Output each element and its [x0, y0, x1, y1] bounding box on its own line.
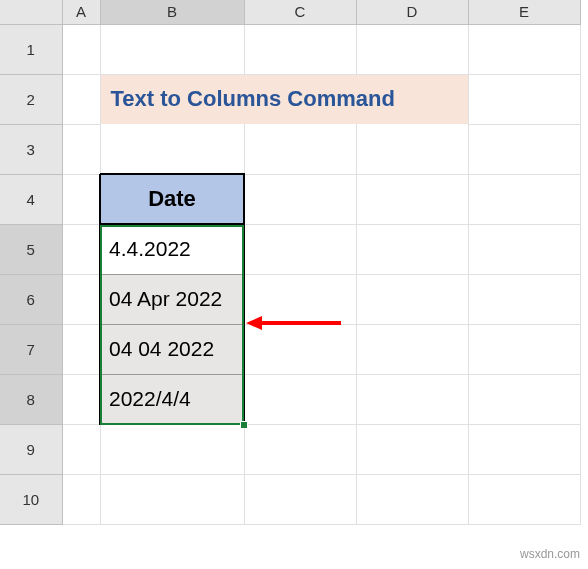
col-header-B[interactable]: B [100, 0, 244, 24]
cell-D8[interactable] [356, 374, 468, 424]
cell-E1[interactable] [468, 24, 580, 74]
cell-A6[interactable] [62, 274, 100, 324]
row-header-7[interactable]: 7 [0, 324, 62, 374]
cell-C9[interactable] [244, 424, 356, 474]
spreadsheet-grid: A B C D E 1 2 Text to Columns Command 3 … [0, 0, 581, 525]
cell-D1[interactable] [356, 24, 468, 74]
row-header-9[interactable]: 9 [0, 424, 62, 474]
row-header-6[interactable]: 6 [0, 274, 62, 324]
cell-B7[interactable]: 04 04 2022 [100, 324, 244, 374]
row-header-3[interactable]: 3 [0, 124, 62, 174]
cell-C10[interactable] [244, 474, 356, 524]
cell-D6[interactable] [356, 274, 468, 324]
cell-E8[interactable] [468, 374, 580, 424]
cell-D9[interactable] [356, 424, 468, 474]
cell-D7[interactable] [356, 324, 468, 374]
cell-D5[interactable] [356, 224, 468, 274]
cell-D4[interactable] [356, 174, 468, 224]
cell-C3[interactable] [244, 124, 356, 174]
cell-E3[interactable] [468, 124, 580, 174]
col-header-D[interactable]: D [356, 0, 468, 24]
cell-E7[interactable] [468, 324, 580, 374]
cell-E4[interactable] [468, 174, 580, 224]
cell-E10[interactable] [468, 474, 580, 524]
cell-C4[interactable] [244, 174, 356, 224]
row-header-5[interactable]: 5 [0, 224, 62, 274]
cell-C8[interactable] [244, 374, 356, 424]
cell-B9[interactable] [100, 424, 244, 474]
svg-marker-1 [246, 316, 262, 330]
cell-C1[interactable] [244, 24, 356, 74]
col-header-E[interactable]: E [468, 0, 580, 24]
cell-B8[interactable]: 2022/4/4 [100, 374, 244, 424]
row-header-2[interactable]: 2 [0, 74, 62, 124]
cell-D10[interactable] [356, 474, 468, 524]
row-header-8[interactable]: 8 [0, 374, 62, 424]
cell-B5[interactable]: 4.4.2022 [100, 224, 244, 274]
cell-A2[interactable] [62, 74, 100, 124]
row-header-4[interactable]: 4 [0, 174, 62, 224]
cell-A4[interactable] [62, 174, 100, 224]
cell-E5[interactable] [468, 224, 580, 274]
fill-handle[interactable] [240, 421, 248, 429]
cell-A1[interactable] [62, 24, 100, 74]
cell-A8[interactable] [62, 374, 100, 424]
cell-E9[interactable] [468, 424, 580, 474]
cell-A7[interactable] [62, 324, 100, 374]
cell-B2-title[interactable]: Text to Columns Command [100, 74, 468, 124]
cell-B3[interactable] [100, 124, 244, 174]
cell-E2[interactable] [468, 74, 580, 124]
cell-E6[interactable] [468, 274, 580, 324]
row-header-10[interactable]: 10 [0, 474, 62, 524]
cell-B1[interactable] [100, 24, 244, 74]
row-header-1[interactable]: 1 [0, 24, 62, 74]
col-header-A[interactable]: A [62, 0, 100, 24]
cell-A3[interactable] [62, 124, 100, 174]
cell-D3[interactable] [356, 124, 468, 174]
cell-B6[interactable]: 04 Apr 2022 [100, 274, 244, 324]
select-all-corner[interactable] [0, 0, 62, 24]
col-header-C[interactable]: C [244, 0, 356, 24]
watermark-text: wsxdn.com [520, 547, 580, 561]
cell-A9[interactable] [62, 424, 100, 474]
pointer-arrow-icon [246, 313, 346, 333]
cell-A5[interactable] [62, 224, 100, 274]
cell-B4-header[interactable]: Date [100, 174, 244, 224]
cell-C5[interactable] [244, 224, 356, 274]
cell-A10[interactable] [62, 474, 100, 524]
cell-B10[interactable] [100, 474, 244, 524]
